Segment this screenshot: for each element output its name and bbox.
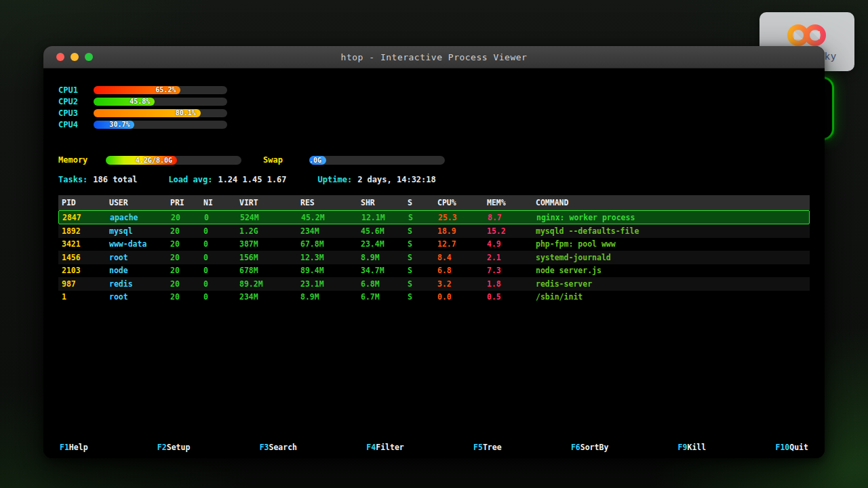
fkey-code: F10 — [775, 443, 789, 452]
cpu-meter-value: 30.7% — [109, 121, 130, 128]
process-row-2847[interactable]: 2847apache200524M45.2M12.1MS25.38.7nginx… — [58, 210, 810, 224]
cell-mem: 7.3 — [487, 266, 536, 275]
cell-command: redis-server — [536, 279, 810, 289]
fkey-label: Filter — [376, 443, 404, 452]
cell-user: mysql — [109, 226, 170, 236]
cell-virt: 1.2G — [239, 226, 300, 236]
process-row-987[interactable]: 987redis20089.2M23.1M6.8MS3.21.8redis-se… — [58, 277, 810, 291]
cpu-meter-label: CPU3 — [58, 108, 94, 118]
cpu-meter-row: CPU430.7% — [58, 119, 227, 130]
function-key-f9[interactable]: F9Kill — [678, 443, 707, 452]
cell-s: S — [408, 266, 437, 275]
cell-cpu: 12.7 — [437, 239, 487, 249]
process-row-1892[interactable]: 1892mysql2001.2G234M45.6MS18.915.2mysqld… — [58, 224, 810, 238]
window-titlebar[interactable]: htop - Interactive Process Viewer — [43, 46, 825, 68]
cell-ni: 0 — [203, 239, 239, 249]
column-header-s[interactable]: S — [408, 198, 437, 207]
cell-cpu: 25.3 — [438, 213, 488, 222]
cell-cpu: 6.8 — [437, 266, 487, 275]
memory-meter-fill: 4.2G/8.0G — [106, 156, 177, 165]
process-row-2103[interactable]: 2103node200678M89.4M34.7MS6.87.3node ser… — [58, 264, 810, 278]
function-key-f1[interactable]: F1Help — [60, 443, 88, 452]
process-row-1456[interactable]: 1456root200156M12.3M8.9MS8.42.1systemd-j… — [58, 251, 810, 264]
column-header-user[interactable]: USER — [109, 198, 170, 207]
cell-ni: 0 — [204, 213, 240, 222]
cell-command: systemd-journald — [536, 253, 810, 262]
fkey-label: SortBy — [580, 443, 609, 452]
function-key-f10[interactable]: F10Quit — [775, 443, 808, 452]
cell-res: 23.1M — [300, 279, 361, 289]
function-key-f6[interactable]: F6SortBy — [571, 443, 608, 452]
cell-res: 234M — [300, 226, 361, 236]
cell-command: php-fpm: pool www — [536, 239, 810, 249]
fkey-code: F9 — [678, 443, 688, 452]
column-header-mem[interactable]: MEM% — [487, 198, 536, 207]
cpu-meter-label: CPU2 — [58, 97, 94, 106]
tasks-label: Tasks: — [58, 175, 87, 184]
fkey-label: Search — [269, 443, 298, 452]
terminal-body: CPU165.2%CPU245.8%CPU380.1%CPU430.7% Mem… — [43, 69, 825, 458]
fkey-code: F2 — [157, 443, 167, 452]
process-row-1[interactable]: 1root200234M8.9M6.7MS0.00.5/sbin/init — [58, 291, 810, 304]
cell-res: 45.2M — [301, 213, 361, 222]
cell-cpu: 3.2 — [437, 279, 487, 289]
fkey-code: F1 — [60, 443, 69, 452]
function-key-f4[interactable]: F4Filter — [366, 443, 403, 452]
fkey-label: Kill — [687, 443, 706, 452]
cell-command: /sbin/init — [536, 292, 810, 302]
process-row-3421[interactable]: 3421www-data200387M67.8M23.4MS12.74.9php… — [58, 238, 810, 251]
cell-res: 67.8M — [300, 239, 361, 249]
cell-mem: 8.7 — [488, 213, 536, 222]
cell-ni: 0 — [203, 292, 239, 302]
fkey-label: Help — [69, 443, 88, 452]
column-header-pri[interactable]: PRI — [170, 198, 203, 207]
load-avg-label: Load avg: — [168, 175, 212, 184]
fkey-label: Setup — [167, 443, 191, 452]
cpu-meter-track: 30.7% — [94, 121, 227, 129]
column-header-shr[interactable]: SHR — [361, 198, 408, 207]
cell-pid: 1456 — [62, 253, 109, 262]
column-header-cpu[interactable]: CPU% — [437, 198, 487, 207]
column-header-virt[interactable]: VIRT — [239, 198, 300, 207]
cell-pid: 3421 — [62, 239, 109, 249]
cell-user: www-data — [109, 239, 170, 249]
swap-label: Swap — [263, 155, 309, 165]
cell-cpu: 8.4 — [437, 253, 487, 262]
cell-virt: 234M — [239, 292, 300, 302]
column-header-pid[interactable]: PID — [62, 198, 109, 207]
process-table-header: PIDUSERPRINIVIRTRESSHRSCPU%MEM%COMMAND — [58, 195, 810, 210]
cell-pri: 20 — [170, 292, 203, 302]
cell-ni: 0 — [203, 279, 239, 289]
column-header-ni[interactable]: NI — [203, 198, 239, 207]
cell-cpu: 0.0 — [437, 292, 487, 302]
stats-line: Tasks:186 total Load avg:1.24 1.45 1.67 … — [58, 175, 436, 184]
cell-shr: 6.7M — [361, 292, 408, 302]
cell-shr: 34.7M — [361, 266, 408, 275]
function-key-f2[interactable]: F2Setup — [157, 443, 190, 452]
load-avg-stat: Load avg:1.24 1.45 1.67 — [168, 175, 286, 184]
cell-pri: 20 — [170, 226, 203, 236]
cpu-meter-track: 65.2% — [94, 86, 227, 94]
cell-pid: 2847 — [62, 213, 110, 222]
cpu-meter-row: CPU245.8% — [58, 96, 227, 107]
cell-user: root — [109, 292, 170, 302]
cpu-meter-fill: 30.7% — [94, 121, 134, 129]
function-key-f5[interactable]: F5Tree — [473, 443, 502, 452]
cell-shr: 23.4M — [361, 239, 408, 249]
column-header-command[interactable]: COMMAND — [536, 198, 810, 207]
cell-mem: 1.8 — [487, 279, 536, 289]
swap-meter-fill: 256M/2.0G — [309, 156, 326, 165]
cell-s: S — [408, 239, 437, 249]
window-title: htop - Interactive Process Viewer — [43, 52, 825, 62]
function-key-f3[interactable]: F3Search — [260, 443, 297, 452]
cell-s: S — [408, 292, 437, 302]
cell-pid: 1 — [62, 292, 109, 302]
cell-virt: 89.2M — [239, 279, 300, 289]
cell-mem: 4.9 — [487, 239, 536, 249]
cell-pid: 1892 — [62, 226, 109, 236]
column-header-res[interactable]: RES — [300, 198, 361, 207]
uptime-stat: Uptime:2 days, 14:32:18 — [318, 175, 436, 184]
cpu-meter-row: CPU380.1% — [58, 107, 227, 119]
uptime-label: Uptime: — [318, 175, 353, 184]
cpu-meter-row: CPU165.2% — [58, 84, 227, 96]
